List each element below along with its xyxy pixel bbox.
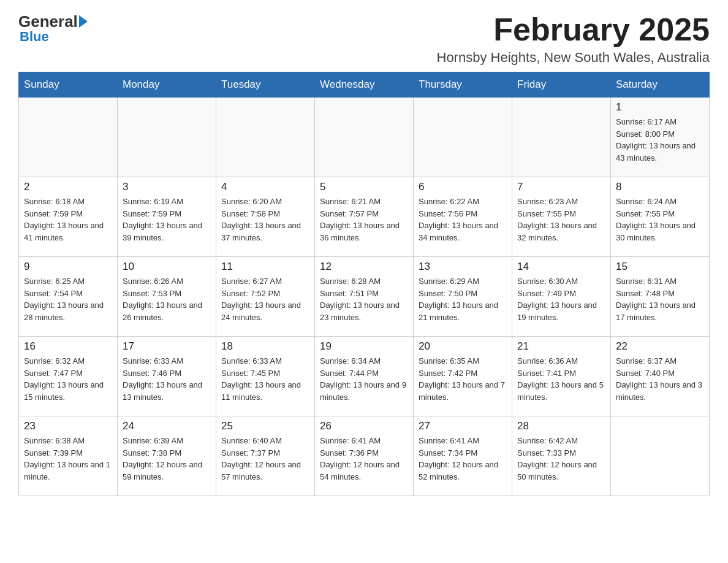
calendar-cell: 12Sunrise: 6:28 AM Sunset: 7:51 PM Dayli… <box>315 257 414 337</box>
day-info: Sunrise: 6:42 AM Sunset: 7:33 PM Dayligh… <box>517 435 605 483</box>
day-info: Sunrise: 6:34 AM Sunset: 7:44 PM Dayligh… <box>320 355 408 403</box>
day-info: Sunrise: 6:29 AM Sunset: 7:50 PM Dayligh… <box>419 275 507 323</box>
day-number: 15 <box>616 261 704 273</box>
calendar-cell: 3Sunrise: 6:19 AM Sunset: 7:59 PM Daylig… <box>118 177 216 257</box>
calendar-table: SundayMondayTuesdayWednesdayThursdayFrid… <box>18 72 710 496</box>
day-number: 18 <box>221 340 309 353</box>
calendar-cell: 22Sunrise: 6:37 AM Sunset: 7:40 PM Dayli… <box>611 337 710 416</box>
title-area: February 2025 Hornsby Heights, New South… <box>437 12 710 66</box>
day-number: 11 <box>221 261 309 273</box>
day-number: 7 <box>517 181 605 193</box>
day-number: 12 <box>320 261 408 273</box>
day-number: 5 <box>320 181 408 193</box>
calendar-cell: 1Sunrise: 6:17 AM Sunset: 8:00 PM Daylig… <box>611 98 710 177</box>
calendar-cell <box>19 98 118 177</box>
logo-area: General Blue <box>18 12 88 45</box>
calendar-cell: 9Sunrise: 6:25 AM Sunset: 7:54 PM Daylig… <box>19 257 118 337</box>
calendar-cell: 4Sunrise: 6:20 AM Sunset: 7:58 PM Daylig… <box>216 177 315 257</box>
calendar-cell <box>512 98 611 177</box>
day-number: 17 <box>123 340 211 353</box>
day-info: Sunrise: 6:33 AM Sunset: 7:45 PM Dayligh… <box>221 355 309 403</box>
day-number: 21 <box>517 340 605 353</box>
day-number: 27 <box>419 420 507 432</box>
logo-arrow-icon <box>79 15 88 28</box>
calendar-cell <box>118 98 216 177</box>
day-info: Sunrise: 6:36 AM Sunset: 7:41 PM Dayligh… <box>517 355 605 403</box>
day-info: Sunrise: 6:21 AM Sunset: 7:57 PM Dayligh… <box>320 196 408 243</box>
calendar-cell: 14Sunrise: 6:30 AM Sunset: 7:49 PM Dayli… <box>512 257 611 337</box>
calendar-week-row: 2Sunrise: 6:18 AM Sunset: 7:59 PM Daylig… <box>19 177 710 257</box>
calendar-week-row: 1Sunrise: 6:17 AM Sunset: 8:00 PM Daylig… <box>19 98 710 177</box>
day-number: 28 <box>517 420 605 432</box>
day-info: Sunrise: 6:25 AM Sunset: 7:54 PM Dayligh… <box>24 275 112 323</box>
weekday-header-tuesday: Tuesday <box>216 72 315 98</box>
location-title: Hornsby Heights, New South Wales, Austra… <box>437 50 710 66</box>
day-number: 6 <box>419 181 507 193</box>
day-number: 24 <box>123 420 211 432</box>
calendar-cell: 25Sunrise: 6:40 AM Sunset: 7:37 PM Dayli… <box>216 416 315 496</box>
day-info: Sunrise: 6:26 AM Sunset: 7:53 PM Dayligh… <box>123 275 211 323</box>
day-info: Sunrise: 6:41 AM Sunset: 7:34 PM Dayligh… <box>419 435 507 483</box>
day-number: 2 <box>24 181 112 193</box>
day-number: 9 <box>24 261 112 273</box>
day-number: 14 <box>517 261 605 273</box>
day-number: 3 <box>123 181 211 193</box>
day-number: 1 <box>616 101 704 113</box>
calendar-cell: 21Sunrise: 6:36 AM Sunset: 7:41 PM Dayli… <box>512 337 611 416</box>
day-number: 26 <box>320 420 408 432</box>
calendar-week-row: 23Sunrise: 6:38 AM Sunset: 7:39 PM Dayli… <box>19 416 710 496</box>
day-info: Sunrise: 6:23 AM Sunset: 7:55 PM Dayligh… <box>517 196 605 243</box>
weekday-header-sunday: Sunday <box>19 72 118 98</box>
calendar-cell: 26Sunrise: 6:41 AM Sunset: 7:36 PM Dayli… <box>315 416 414 496</box>
day-info: Sunrise: 6:31 AM Sunset: 7:48 PM Dayligh… <box>616 275 704 323</box>
day-info: Sunrise: 6:41 AM Sunset: 7:36 PM Dayligh… <box>320 435 408 483</box>
day-info: Sunrise: 6:38 AM Sunset: 7:39 PM Dayligh… <box>24 435 112 483</box>
logo-blue-text: Blue <box>20 29 49 45</box>
day-info: Sunrise: 6:18 AM Sunset: 7:59 PM Dayligh… <box>24 196 112 243</box>
calendar-cell: 27Sunrise: 6:41 AM Sunset: 7:34 PM Dayli… <box>414 416 512 496</box>
day-info: Sunrise: 6:30 AM Sunset: 7:49 PM Dayligh… <box>517 275 605 323</box>
day-info: Sunrise: 6:33 AM Sunset: 7:46 PM Dayligh… <box>123 355 211 403</box>
weekday-header-thursday: Thursday <box>414 72 512 98</box>
day-number: 4 <box>221 181 309 193</box>
calendar-cell: 7Sunrise: 6:23 AM Sunset: 7:55 PM Daylig… <box>512 177 611 257</box>
weekday-header-saturday: Saturday <box>611 72 710 98</box>
calendar-cell: 16Sunrise: 6:32 AM Sunset: 7:47 PM Dayli… <box>19 337 118 416</box>
calendar-cell: 11Sunrise: 6:27 AM Sunset: 7:52 PM Dayli… <box>216 257 315 337</box>
page-header: General Blue February 2025 Hornsby Heigh… <box>18 12 710 66</box>
day-info: Sunrise: 6:32 AM Sunset: 7:47 PM Dayligh… <box>24 355 112 403</box>
day-number: 16 <box>24 340 112 353</box>
calendar-cell: 17Sunrise: 6:33 AM Sunset: 7:46 PM Dayli… <box>118 337 216 416</box>
calendar-cell: 24Sunrise: 6:39 AM Sunset: 7:38 PM Dayli… <box>118 416 216 496</box>
day-info: Sunrise: 6:17 AM Sunset: 8:00 PM Dayligh… <box>616 116 704 164</box>
day-info: Sunrise: 6:35 AM Sunset: 7:42 PM Dayligh… <box>419 355 507 403</box>
day-number: 10 <box>123 261 211 273</box>
calendar-cell <box>216 98 315 177</box>
calendar-cell: 19Sunrise: 6:34 AM Sunset: 7:44 PM Dayli… <box>315 337 414 416</box>
calendar-cell: 5Sunrise: 6:21 AM Sunset: 7:57 PM Daylig… <box>315 177 414 257</box>
day-info: Sunrise: 6:19 AM Sunset: 7:59 PM Dayligh… <box>123 196 211 243</box>
day-number: 13 <box>419 261 507 273</box>
calendar-cell <box>315 98 414 177</box>
day-number: 22 <box>616 340 704 353</box>
calendar-cell: 15Sunrise: 6:31 AM Sunset: 7:48 PM Dayli… <box>611 257 710 337</box>
calendar-week-row: 16Sunrise: 6:32 AM Sunset: 7:47 PM Dayli… <box>19 337 710 416</box>
calendar-cell <box>611 416 710 496</box>
calendar-cell: 10Sunrise: 6:26 AM Sunset: 7:53 PM Dayli… <box>118 257 216 337</box>
calendar-cell: 20Sunrise: 6:35 AM Sunset: 7:42 PM Dayli… <box>414 337 512 416</box>
day-info: Sunrise: 6:37 AM Sunset: 7:40 PM Dayligh… <box>616 355 704 403</box>
month-title: February 2025 <box>437 12 710 47</box>
calendar-header-row: SundayMondayTuesdayWednesdayThursdayFrid… <box>19 72 710 98</box>
weekday-header-friday: Friday <box>512 72 611 98</box>
day-number: 23 <box>24 420 112 432</box>
calendar-week-row: 9Sunrise: 6:25 AM Sunset: 7:54 PM Daylig… <box>19 257 710 337</box>
calendar-cell: 23Sunrise: 6:38 AM Sunset: 7:39 PM Dayli… <box>19 416 118 496</box>
day-info: Sunrise: 6:39 AM Sunset: 7:38 PM Dayligh… <box>123 435 211 483</box>
calendar-cell: 28Sunrise: 6:42 AM Sunset: 7:33 PM Dayli… <box>512 416 611 496</box>
day-info: Sunrise: 6:28 AM Sunset: 7:51 PM Dayligh… <box>320 275 408 323</box>
weekday-header-monday: Monday <box>118 72 216 98</box>
calendar-cell: 13Sunrise: 6:29 AM Sunset: 7:50 PM Dayli… <box>414 257 512 337</box>
weekday-header-wednesday: Wednesday <box>315 72 414 98</box>
day-info: Sunrise: 6:40 AM Sunset: 7:37 PM Dayligh… <box>221 435 309 483</box>
day-info: Sunrise: 6:27 AM Sunset: 7:52 PM Dayligh… <box>221 275 309 323</box>
